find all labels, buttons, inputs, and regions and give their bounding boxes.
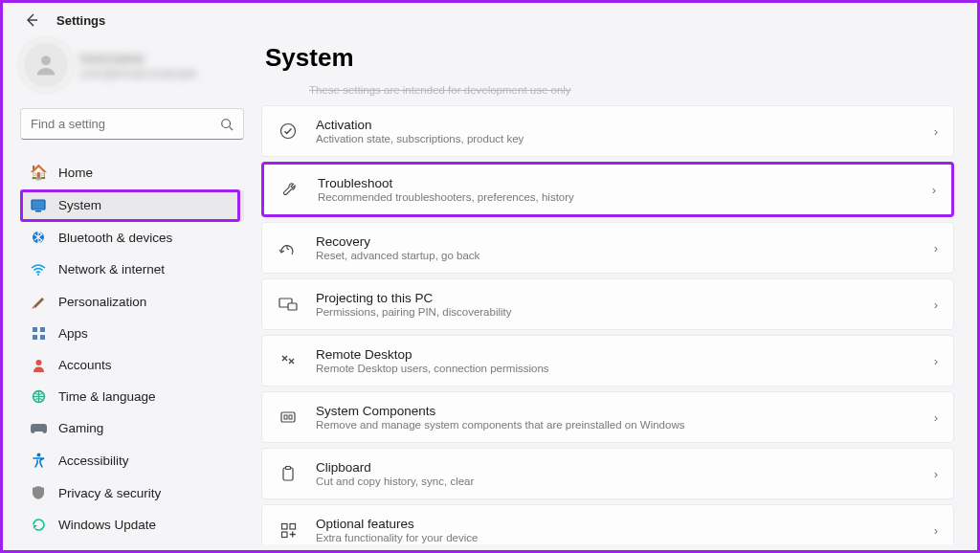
apps-icon [30, 326, 47, 341]
nav-label: Accessibility [58, 453, 129, 468]
svg-rect-9 [40, 335, 45, 340]
nav-list: 🏠 Home System Bluetooth & devices Netw [20, 155, 244, 541]
card-title: Clipboard [316, 460, 474, 475]
chevron-right-icon: › [932, 183, 936, 197]
profile-block[interactable]: Username user@email.example [20, 35, 244, 100]
components-icon [278, 409, 299, 425]
accessibility-icon [30, 453, 47, 468]
nav-label: Windows Update [58, 518, 156, 532]
nav-accessibility[interactable]: Accessibility [20, 444, 244, 476]
app-title: Settings [56, 13, 105, 28]
back-button[interactable] [24, 12, 39, 28]
nav-privacy[interactable]: Privacy & security [20, 476, 244, 509]
svg-rect-23 [281, 532, 287, 538]
nav-time-language[interactable]: Time & language [20, 381, 244, 412]
check-circle-icon [278, 122, 299, 140]
svg-point-13 [281, 124, 296, 139]
svg-rect-3 [35, 210, 41, 212]
card-optional-features[interactable]: Optional features Extra functionality fo… [261, 504, 954, 544]
card-title: Projecting to this PC [316, 291, 512, 305]
profile-text: Username user@email.example [79, 51, 196, 80]
main-content: System These settings are intended for d… [261, 35, 977, 544]
truncated-prev-desc: These settings are intended for developm… [261, 80, 968, 101]
svg-rect-6 [33, 327, 37, 332]
page-title: System [261, 35, 968, 80]
svg-point-10 [35, 360, 41, 365]
svg-rect-7 [40, 327, 45, 332]
card-desc: Activation state, subscriptions, product… [316, 133, 523, 144]
projecting-icon [278, 297, 299, 312]
card-title: Remote Desktop [316, 347, 549, 362]
svg-rect-22 [290, 523, 296, 529]
home-icon: 🏠 [30, 164, 47, 181]
card-troubleshoot[interactable]: Troubleshoot Recommended troubleshooters… [261, 162, 954, 217]
card-clipboard[interactable]: Clipboard Cut and copy history, sync, cl… [261, 448, 954, 499]
nav-label: Privacy & security [58, 486, 161, 500]
nav-bluetooth[interactable]: Bluetooth & devices [20, 221, 244, 254]
card-desc: Extra functionality for your device [316, 532, 478, 543]
optional-features-icon [278, 522, 299, 539]
search-input[interactable] [31, 117, 220, 131]
nav-label: Time & language [58, 389, 156, 404]
svg-point-12 [36, 453, 40, 457]
nav-label: Bluetooth & devices [58, 231, 172, 245]
nav-personalization[interactable]: Personalization [20, 285, 244, 318]
wrench-icon [279, 181, 301, 198]
card-recovery[interactable]: Recovery Reset, advanced startup, go bac… [261, 222, 954, 274]
wifi-icon [30, 263, 47, 276]
card-desc: Cut and copy history, sync, clear [316, 476, 474, 487]
bluetooth-icon [30, 230, 47, 245]
recovery-icon [278, 240, 299, 255]
chevron-right-icon: › [934, 467, 938, 481]
nav-network[interactable]: Network & internet [20, 254, 244, 285]
card-title: Troubleshoot [318, 176, 574, 190]
update-icon [30, 518, 47, 532]
gaming-icon [30, 423, 47, 434]
nav-label: Network & internet [58, 262, 165, 276]
card-remote-desktop[interactable]: Remote Desktop Remote Desktop users, con… [261, 335, 954, 387]
globe-clock-icon [30, 389, 47, 404]
nav-apps[interactable]: Apps [20, 318, 244, 349]
svg-rect-21 [281, 523, 287, 529]
card-system-components[interactable]: System Components Remove and manage syst… [261, 391, 954, 443]
nav-windows-update[interactable]: Windows Update [20, 509, 244, 541]
card-desc: Recommended troubleshooters, preferences… [318, 191, 574, 203]
chevron-right-icon: › [934, 124, 938, 139]
svg-rect-2 [32, 200, 45, 210]
shield-icon [30, 485, 47, 500]
svg-point-0 [41, 55, 51, 65]
nav-label: Personalization [58, 295, 146, 309]
chevron-right-icon: › [934, 523, 938, 538]
card-title: Recovery [316, 234, 479, 249]
chevron-right-icon: › [934, 298, 938, 312]
nav-system[interactable]: System [20, 189, 244, 221]
search-input-wrap[interactable] [20, 108, 244, 140]
card-desc: Permissions, pairing PIN, discoverabilit… [316, 306, 512, 318]
chevron-right-icon: › [934, 354, 938, 368]
settings-list: Activation Activation state, subscriptio… [261, 105, 968, 544]
nav-home[interactable]: 🏠 Home [20, 155, 244, 189]
system-icon [30, 199, 47, 212]
search-icon [220, 118, 234, 131]
card-desc: Remote Desktop users, connection permiss… [316, 363, 549, 374]
clipboard-icon [278, 465, 299, 482]
nav-label: Gaming [58, 421, 103, 435]
accounts-icon [30, 358, 47, 372]
svg-point-1 [222, 119, 231, 127]
nav-label: System [58, 198, 101, 212]
sidebar: Username user@email.example 🏠 Home Syste… [3, 35, 261, 544]
nav-label: Accounts [58, 358, 112, 372]
nav-accounts[interactable]: Accounts [20, 349, 244, 381]
nav-gaming[interactable]: Gaming [20, 412, 244, 444]
svg-rect-8 [33, 335, 37, 340]
card-projecting[interactable]: Projecting to this PC Permissions, pairi… [261, 278, 954, 330]
svg-rect-16 [281, 412, 295, 422]
card-title: Activation [316, 118, 523, 132]
brush-icon [30, 294, 47, 309]
card-activation[interactable]: Activation Activation state, subscriptio… [261, 105, 954, 157]
card-title: System Components [316, 404, 684, 418]
svg-rect-15 [288, 303, 297, 310]
chevron-right-icon: › [934, 410, 938, 425]
card-desc: Remove and manage system components that… [316, 419, 684, 431]
avatar [24, 43, 68, 87]
